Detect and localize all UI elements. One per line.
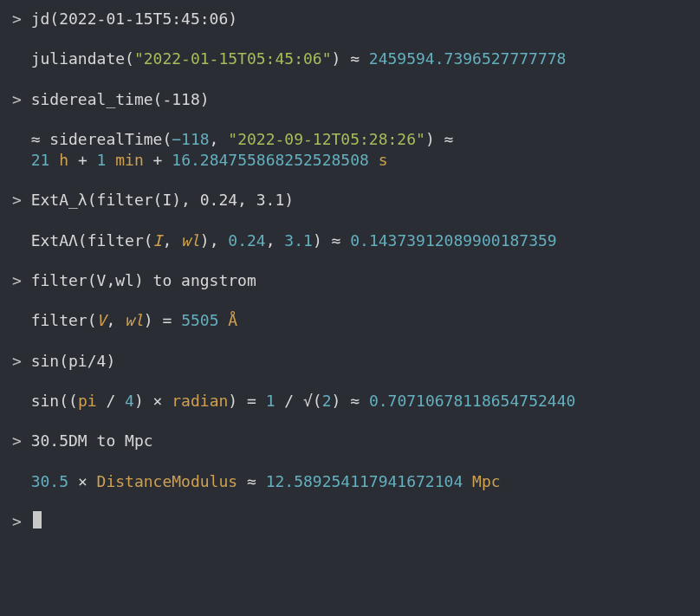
indent <box>12 130 31 148</box>
blank-line <box>12 110 688 129</box>
token: Å <box>218 311 237 329</box>
token: pi <box>78 392 97 410</box>
token: , <box>266 231 285 250</box>
token: "2022-01-15T05:45:06" <box>134 49 332 68</box>
token: min <box>106 151 143 169</box>
blank-line <box>12 492 688 511</box>
indent <box>12 151 31 169</box>
token: ) ≈ <box>332 392 369 410</box>
prompt-symbol: > <box>12 271 31 289</box>
input-command: sidereal_time(-118) <box>31 90 210 108</box>
token: / √( <box>275 392 322 410</box>
input-command: jd(2022-01-15T5:45:06) <box>31 10 237 28</box>
blank-line <box>12 70 688 89</box>
token: + <box>68 151 97 169</box>
input-line: > sidereal_time(-118) <box>12 89 688 110</box>
token: −118 <box>172 130 209 148</box>
token: wl <box>125 311 144 329</box>
token: 21 <box>31 151 50 169</box>
blank-line <box>12 412 688 431</box>
blank-line <box>12 251 688 270</box>
token: ≈ siderealTime( <box>31 130 172 148</box>
output-line: ≈ siderealTime(−118, "2022-09-12T05:28:2… <box>12 129 688 150</box>
token: radian <box>172 392 228 410</box>
output-line: filter(V, wl) = 5505 Å <box>12 310 688 331</box>
token: juliandate( <box>31 49 134 68</box>
token: 2459594.7396527777778 <box>369 49 567 68</box>
token: 0.14373912089900187359 <box>350 231 556 250</box>
prompt-symbol: > <box>12 352 31 370</box>
prompt-symbol: > <box>12 10 31 28</box>
token: Mpc <box>463 472 500 490</box>
input-command: ExtA_λ(filter(I), 0.24, 3.1) <box>31 191 294 209</box>
token: ) ≈ <box>313 231 350 250</box>
prompt-symbol: > <box>12 191 31 209</box>
input-line: > jd(2022-01-15T5:45:06) <box>12 9 688 29</box>
token: ), <box>200 231 229 250</box>
output-line: 21 h + 1 min + 16.284755868252528508 s <box>12 150 688 171</box>
token: 30.5 <box>31 472 68 490</box>
blank-line <box>12 332 688 351</box>
input-line: > sin(pi/4) <box>12 351 688 372</box>
token: 16.284755868252528508 <box>172 151 369 169</box>
cursor <box>33 511 42 528</box>
blank-line <box>12 452 688 471</box>
token: ) = <box>228 392 265 410</box>
token: h <box>49 151 68 169</box>
blank-line <box>12 291 688 310</box>
token: 5505 <box>181 311 218 329</box>
token: 1 <box>97 151 107 169</box>
blank-line <box>12 171 688 190</box>
token: , <box>106 311 125 329</box>
token: wl <box>181 231 200 250</box>
indent <box>12 311 31 329</box>
token: 2 <box>322 392 332 410</box>
input-line: > filter(V,wl) to angstrom <box>12 270 688 291</box>
token: , <box>210 130 229 148</box>
blank-line <box>12 29 688 49</box>
indent <box>12 472 31 490</box>
token: ) = <box>144 311 181 329</box>
token: , <box>162 231 181 250</box>
token: 3.1 <box>284 231 313 250</box>
input-line: > ExtA_λ(filter(I), 0.24, 3.1) <box>12 190 688 211</box>
token: 12.589254117941672104 <box>266 472 463 490</box>
blank-line <box>12 211 688 230</box>
prompt-symbol: > <box>12 90 31 108</box>
token: V <box>97 311 107 329</box>
token: filter( <box>31 311 97 329</box>
output-line: juliandate("2022-01-15T05:45:06") ≈ 2459… <box>12 49 688 69</box>
token: ) ≈ <box>331 49 368 68</box>
token: DistanceModulus <box>97 472 238 490</box>
prompt-symbol: > <box>12 512 31 530</box>
indent <box>12 392 31 410</box>
token: ) × <box>134 392 172 410</box>
token: 4 <box>125 392 134 410</box>
token: 0.70710678118654752440 <box>369 392 575 410</box>
blank-line <box>12 372 688 391</box>
token: ) ≈ <box>425 130 454 148</box>
output-line: ExtAΛ(filter(I, wl), 0.24, 3.1) ≈ 0.1437… <box>12 230 688 251</box>
token: I <box>153 231 163 250</box>
token: ≈ <box>237 472 266 490</box>
indent <box>12 231 31 250</box>
indent <box>12 49 31 68</box>
input-command: filter(V,wl) to angstrom <box>31 271 256 289</box>
prompt-symbol: > <box>12 431 31 450</box>
token: s <box>369 151 388 169</box>
token: 0.24 <box>228 231 265 250</box>
token: / <box>97 392 126 410</box>
output-line: 30.5 × DistanceModulus ≈ 12.589254117941… <box>12 471 688 492</box>
token: ExtAΛ(filter( <box>31 231 153 250</box>
terminal[interactable]: > jd(2022-01-15T5:45:06) juliandate("202… <box>0 0 700 541</box>
input-command: sin(pi/4) <box>31 352 116 370</box>
input-line: > 30.5DM to Mpc <box>12 431 688 451</box>
token: × <box>68 472 97 490</box>
token: sin(( <box>31 392 78 410</box>
active-input-line[interactable]: > <box>12 511 688 532</box>
token: + <box>144 151 172 169</box>
token: 1 <box>266 392 275 410</box>
token: "2022-09-12T05:28:26" <box>228 130 425 148</box>
output-line: sin((pi / 4) × radian) = 1 / √(2) ≈ 0.70… <box>12 391 688 412</box>
input-command: 30.5DM to Mpc <box>31 431 153 450</box>
